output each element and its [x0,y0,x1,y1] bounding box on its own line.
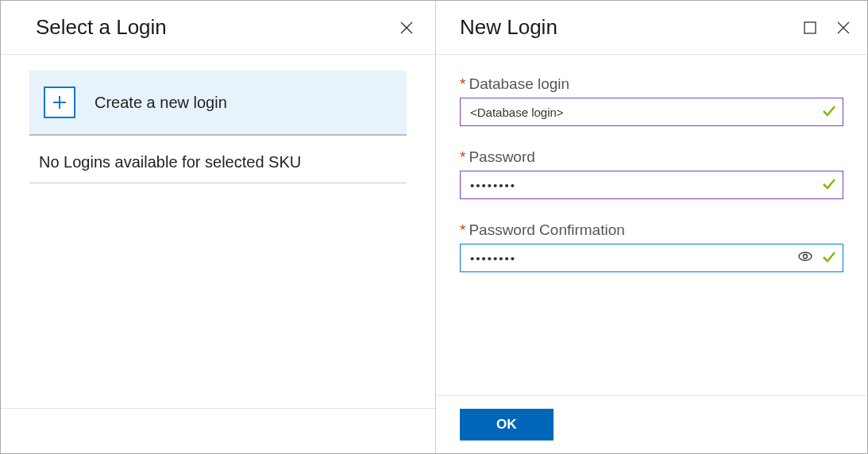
svg-rect-4 [804,22,816,33]
plus-icon [44,87,75,118]
right-panel-header: New Login [436,1,867,55]
database-login-field-group: *Database login [460,75,843,126]
ok-button[interactable]: OK [460,409,554,441]
no-logins-message: No Logins available for selected SKU [29,136,407,183]
left-panel-body: Create a new login No Logins available f… [1,55,435,408]
check-icon [821,102,837,121]
eye-icon[interactable] [797,248,813,267]
database-login-input[interactable] [460,98,843,126]
create-new-login-button[interactable]: Create a new login [29,71,407,136]
select-login-title: Select a Login [36,15,167,40]
required-asterisk: * [460,75,465,92]
password-confirmation-input[interactable] [460,244,843,272]
check-icon [821,248,837,267]
new-login-panel: New Login *Database login [436,1,867,453]
password-field-group: *Password [460,148,843,199]
check-icon [821,175,837,194]
close-icon[interactable] [397,18,416,37]
svg-point-7 [799,252,812,260]
right-panel-body: *Database login *Password [436,55,867,395]
left-panel-header: Select a Login [1,1,435,55]
password-input[interactable] [460,171,843,199]
required-asterisk: * [460,148,465,165]
create-new-login-label: Create a new login [95,94,227,112]
svg-point-8 [804,255,808,259]
maximize-icon[interactable] [800,18,820,37]
select-login-panel: Select a Login Create a new login No Log… [1,1,436,453]
required-asterisk: * [460,221,465,238]
password-confirmation-label: *Password Confirmation [460,221,843,239]
close-icon[interactable] [834,18,853,37]
password-label: *Password [460,148,843,166]
password-confirmation-field-group: *Password Confirmation [460,221,843,272]
right-footer: OK [436,395,867,453]
left-footer [1,408,435,453]
database-login-label: *Database login [460,75,843,93]
new-login-title: New Login [460,15,557,40]
